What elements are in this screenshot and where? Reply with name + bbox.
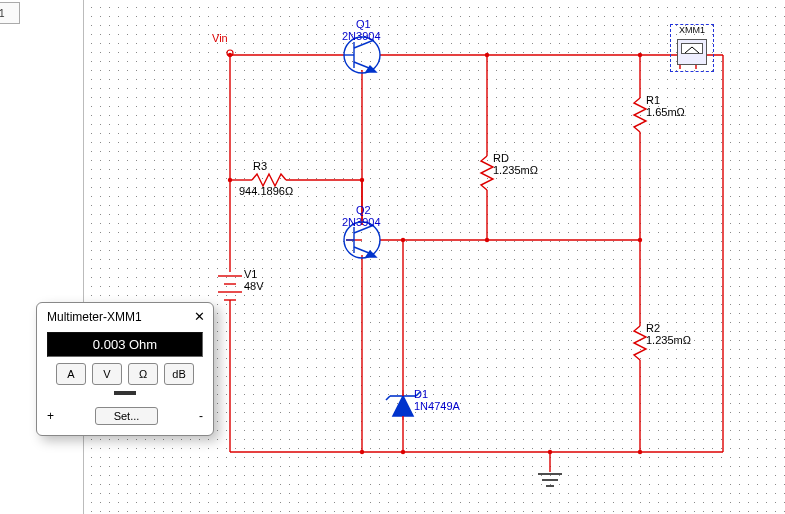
r1-value: 1.65mΩ bbox=[646, 106, 685, 118]
svg-point-7 bbox=[401, 238, 405, 242]
q1-value: 2N3904 bbox=[342, 30, 381, 42]
svg-point-4 bbox=[638, 53, 642, 57]
multimeter-title: Multimeter-XMM1 bbox=[47, 310, 142, 324]
multimeter-range-bar[interactable] bbox=[114, 391, 136, 395]
instrument-label: XMM1 bbox=[671, 25, 713, 35]
svg-point-6 bbox=[638, 238, 642, 242]
multimeter-plus: + bbox=[47, 409, 54, 423]
svg-point-5 bbox=[485, 238, 489, 242]
d1-ref: D1 bbox=[414, 388, 428, 400]
v1-ref: V1 bbox=[244, 268, 257, 280]
vin-label: Vin bbox=[212, 32, 228, 44]
svg-point-9 bbox=[548, 450, 552, 454]
svg-point-11 bbox=[360, 450, 364, 454]
q2-value: 2N3904 bbox=[342, 216, 381, 228]
svg-point-3 bbox=[485, 53, 489, 57]
schematic-svg bbox=[84, 0, 785, 514]
set-button[interactable]: Set... bbox=[95, 407, 159, 425]
q2-ref: Q2 bbox=[356, 204, 371, 216]
r2-value: 1.235mΩ bbox=[646, 334, 691, 346]
multimeter-panel[interactable]: Multimeter-XMM1 ✕ 0.003 Ohm A V Ω dB + S… bbox=[36, 302, 214, 436]
close-icon[interactable]: ✕ bbox=[194, 309, 205, 324]
schematic-canvas[interactable]: Vin Q1 2N3904 Q2 2N3904 R3 944.1896Ω RD … bbox=[83, 0, 785, 514]
r3-value: 944.1896Ω bbox=[239, 185, 293, 197]
v1-value: 48V bbox=[244, 280, 264, 292]
multimeter-reading: 0.003 Ohm bbox=[47, 332, 203, 357]
instrument-xmm1[interactable]: XMM1 bbox=[670, 24, 714, 72]
instrument-meter-icon bbox=[681, 43, 703, 54]
mode-db-button[interactable]: dB bbox=[164, 363, 194, 385]
rd-ref: RD bbox=[493, 152, 509, 164]
tab-stub: 1 bbox=[0, 2, 20, 24]
r2-ref: R2 bbox=[646, 322, 660, 334]
mode-ohm-button[interactable]: Ω bbox=[128, 363, 158, 385]
rd-value: 1.235mΩ bbox=[493, 164, 538, 176]
mode-amp-button[interactable]: A bbox=[56, 363, 86, 385]
svg-point-2 bbox=[360, 178, 364, 182]
svg-line-31 bbox=[386, 396, 390, 400]
r3-ref: R3 bbox=[253, 160, 267, 172]
d1-value: 1N4749A bbox=[414, 400, 460, 412]
multimeter-minus: - bbox=[199, 409, 203, 423]
svg-point-1 bbox=[228, 178, 232, 182]
mode-volt-button[interactable]: V bbox=[92, 363, 122, 385]
r1-ref: R1 bbox=[646, 94, 660, 106]
svg-point-10 bbox=[638, 450, 642, 454]
svg-point-8 bbox=[401, 450, 405, 454]
q1-ref: Q1 bbox=[356, 18, 371, 30]
instrument-body bbox=[677, 39, 707, 65]
svg-marker-29 bbox=[393, 396, 413, 416]
